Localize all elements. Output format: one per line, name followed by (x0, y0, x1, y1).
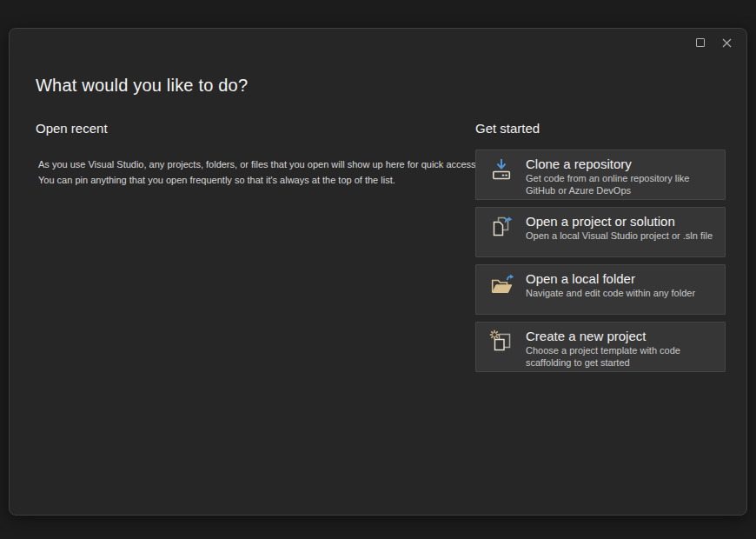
open-recent-hint-line: You can pin anything that you open frequ… (38, 172, 466, 188)
open-project-button[interactable]: Open a project or solution Open a local … (475, 207, 726, 257)
clone-repository-icon (476, 150, 526, 183)
maximize-icon (696, 38, 705, 47)
new-project-icon (476, 323, 526, 355)
get-started-card-list: Clone a repository Get code from an onli… (475, 150, 726, 372)
open-recent-heading: Open recent (36, 121, 466, 136)
open-folder-button[interactable]: Open a local folder Navigate and edit co… (475, 264, 726, 315)
get-started-section: Get started Clone a repository Get code … (475, 121, 726, 372)
card-title: Open a local folder (526, 271, 695, 287)
card-description: Get code from an online repository like … (526, 173, 718, 196)
open-recent-hint-line: As you use Visual Studio, any projects, … (38, 156, 466, 172)
card-description: Navigate and edit code within any folder (526, 288, 695, 300)
start-window-dialog: What would you like to do? Open recent A… (9, 28, 747, 516)
close-button[interactable] (713, 32, 739, 53)
get-started-heading: Get started (475, 121, 726, 136)
new-project-button[interactable]: Create a new project Choose a project te… (475, 322, 726, 372)
open-project-icon (476, 208, 526, 240)
card-title: Clone a repository (526, 156, 718, 172)
open-recent-section: Open recent As you use Visual Studio, an… (36, 121, 466, 188)
window-controls (687, 32, 739, 53)
card-title: Create a new project (526, 329, 718, 344)
card-title: Open a project or solution (526, 214, 713, 230)
maximize-button[interactable] (687, 32, 713, 53)
card-description: Choose a project template with code scaf… (526, 345, 718, 369)
page-title: What would you like to do? (36, 76, 248, 96)
open-folder-icon (476, 265, 526, 297)
close-icon (722, 38, 732, 48)
clone-repository-button[interactable]: Clone a repository Get code from an onli… (475, 150, 726, 200)
card-description: Open a local Visual Studio project or .s… (526, 230, 713, 243)
